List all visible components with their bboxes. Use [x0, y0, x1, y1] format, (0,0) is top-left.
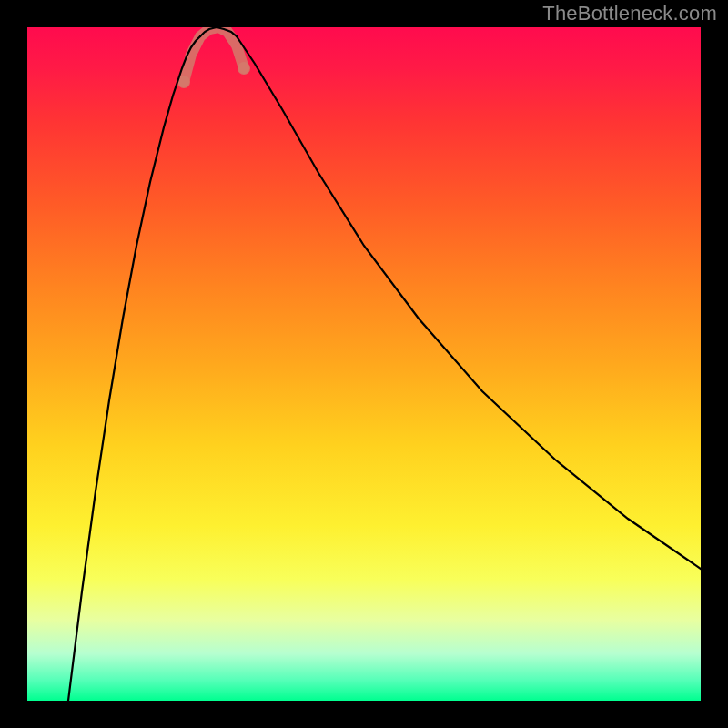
bottleneck-curve-left-branch [68, 36, 200, 701]
curve-svg [27, 27, 701, 701]
valley-highlight-dot [238, 62, 250, 75]
watermark-text: TheBottleneck.com [542, 2, 717, 25]
plot-area [27, 27, 701, 701]
bottleneck-curve-right-branch [237, 36, 701, 569]
chart-frame: TheBottleneck.com [0, 0, 728, 728]
